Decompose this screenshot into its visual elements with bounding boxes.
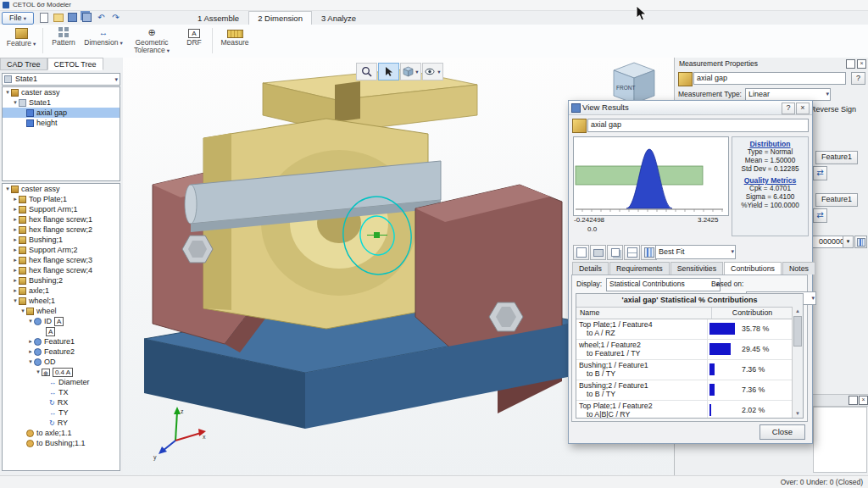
contribution-row[interactable]: Bushing;1 / Feature1to B / TY7.36 % <box>576 360 803 380</box>
dialog-tab-requirements[interactable]: Requirements <box>609 262 670 274</box>
dialog-tab-notes[interactable]: Notes <box>782 262 815 274</box>
close-button[interactable]: Close <box>760 424 805 440</box>
table-scrollbar[interactable]: ▲ ▼ <box>792 307 803 418</box>
expand-arrow-icon[interactable]: ▸ <box>12 225 19 235</box>
measurement-name-input[interactable]: axial gap <box>693 72 846 85</box>
print-button[interactable] <box>590 245 606 260</box>
swap-feature-button[interactable]: ⇄ <box>813 208 827 223</box>
scroll-up-icon[interactable]: ▲ <box>793 307 803 315</box>
tree-item-axial-gap[interactable]: axial gap <box>3 108 120 118</box>
collapse-arrow-icon[interactable]: ▾ <box>12 296 19 306</box>
open-button[interactable] <box>52 12 64 23</box>
dimension-button[interactable]: ↔ Dimension▾ <box>83 26 124 56</box>
feature2-button[interactable]: Feature1 <box>815 193 858 207</box>
feature1-button[interactable]: Feature1 <box>815 151 858 164</box>
dialog-tab-contributions[interactable]: Contributions <box>724 262 782 274</box>
tree-item-0-4-a[interactable]: ▾⊕0.4 A <box>3 367 120 377</box>
expand-arrow-icon[interactable]: ▸ <box>12 245 19 255</box>
contribution-row[interactable]: Bushing;2 / Feature1to B / TY7.36 % <box>576 380 803 401</box>
contribution-row[interactable]: Top Plate;1 / Feature4to A / RZ35.78 % <box>576 319 803 340</box>
table-view-button[interactable] <box>624 245 640 260</box>
measure-button[interactable]: Measure <box>215 26 254 56</box>
name-column-header[interactable]: Name <box>576 308 712 319</box>
save-button[interactable] <box>66 12 79 23</box>
collapse-arrow-icon[interactable]: ▾ <box>12 97 19 108</box>
tree-item-caster-assy[interactable]: ▾caster assy <box>3 87 120 97</box>
geometric-tolerance-button[interactable]: ⊕ Geometric Tolerance▾ <box>125 26 178 56</box>
tree-item-diameter[interactable]: ↔Diameter <box>3 377 120 387</box>
tree-item-to-axle-1-1[interactable]: to axle;1.1 <box>3 428 120 438</box>
distribution-option-button[interactable] <box>854 236 867 248</box>
tree-item-top-plate-1[interactable]: ▸Top Plate;1 <box>3 194 120 204</box>
tree-item-axle-1[interactable]: ▸axle;1 <box>3 286 120 296</box>
tab-analyze[interactable]: 3 Analyze <box>312 11 365 25</box>
tree-item-height[interactable]: height <box>3 118 120 128</box>
pattern-button[interactable]: Pattern <box>46 26 81 56</box>
scrollbar-thumb[interactable] <box>793 316 802 347</box>
result-name-input[interactable]: axial gap <box>587 119 809 132</box>
collapse-arrow-icon[interactable]: ▾ <box>19 306 26 316</box>
tab-cetol-tree[interactable]: CETOL Tree <box>47 58 103 70</box>
tree-item-support-arm-1[interactable]: ▸Support Arm;1 <box>3 204 120 214</box>
close-icon[interactable]: × <box>857 59 866 69</box>
tree-item-to-bushing-1-1[interactable]: to Bushing;1.1 <box>3 438 120 448</box>
float-panel-icon[interactable] <box>846 59 855 69</box>
file-menu-button[interactable]: File▾ <box>2 12 34 25</box>
close-icon[interactable]: × <box>859 396 868 405</box>
collapse-arrow-icon[interactable]: ▾ <box>4 184 11 194</box>
tree-item-a[interactable]: A <box>3 326 120 336</box>
collapse-arrow-icon[interactable]: ▾ <box>35 367 42 377</box>
tree-item-hex-flange-screw-1[interactable]: ▸hex flange screw;1 <box>3 214 120 225</box>
swap-feature-button[interactable]: ⇄ <box>813 166 827 180</box>
expand-arrow-icon[interactable]: ▸ <box>12 265 19 275</box>
tree-item-state1[interactable]: ▾State1 <box>3 97 120 108</box>
tree-item-caster-assy[interactable]: ▾caster assy <box>3 184 120 194</box>
expand-arrow-icon[interactable]: ▸ <box>12 194 19 204</box>
value-dropdown-button[interactable]: ▾ <box>843 236 854 248</box>
state-selector[interactable]: State1 ▾ <box>2 73 120 86</box>
export-button[interactable] <box>573 245 589 260</box>
tree-item-ry[interactable]: ↻RY <box>3 418 120 428</box>
tree-item-bushing-2[interactable]: ▸Bushing;2 <box>3 275 120 286</box>
expand-arrow-icon[interactable]: ▸ <box>12 235 19 245</box>
new-button[interactable] <box>37 12 50 23</box>
tab-assemble[interactable]: 1 Assemble <box>188 11 248 25</box>
redo-button[interactable]: ↷ <box>109 12 122 23</box>
tree-item-id[interactable]: ▾IDA <box>3 316 120 326</box>
contribution-row[interactable]: Top Plate;1 / Feature2to A|B|C / RY2.02 … <box>576 401 803 419</box>
expand-arrow-icon[interactable]: ▸ <box>12 275 19 286</box>
collapse-arrow-icon[interactable]: ▾ <box>4 87 11 97</box>
tree-item-ty[interactable]: ↔TY <box>3 408 120 418</box>
tree-item-hex-flange-screw-2[interactable]: ▸hex flange screw;2 <box>3 225 120 235</box>
collapse-arrow-icon[interactable]: ▾ <box>27 316 34 326</box>
expand-arrow-icon[interactable]: ▸ <box>12 286 19 296</box>
tree-item-tx[interactable]: ↔TX <box>3 387 120 397</box>
scroll-down-icon[interactable]: ▼ <box>793 409 803 418</box>
display-style-button[interactable]: ▾ <box>422 63 443 80</box>
tree-item-wheel[interactable]: ▾wheel <box>3 306 120 316</box>
measurement-type-select[interactable]: Linear ▾ <box>745 88 831 101</box>
help-button[interactable]: ? <box>851 72 865 85</box>
tree-item-feature2[interactable]: ▸Feature2 <box>3 347 120 357</box>
tab-dimension[interactable]: 2 Dimension <box>248 11 312 25</box>
expand-arrow-icon[interactable]: ▸ <box>12 214 19 225</box>
dialog-tab-sensitivities[interactable]: Sensitivities <box>670 262 723 274</box>
contribution-row[interactable]: wheel;1 / Feature2to Feature1 / TY29.45 … <box>576 340 803 360</box>
distribution-heading[interactable]: Distribution <box>732 140 808 148</box>
save-all-button[interactable] <box>81 12 93 23</box>
dialog-close-button[interactable]: × <box>796 103 810 114</box>
tree-item-od[interactable]: ▾OD <box>3 357 120 367</box>
drf-button[interactable]: A DRF <box>180 26 209 56</box>
dialog-titlebar[interactable]: View Results ? × <box>569 101 812 115</box>
tab-cad-tree[interactable]: CAD Tree <box>0 58 47 70</box>
dialog-tab-details[interactable]: Details <box>572 262 609 274</box>
expand-arrow-icon[interactable]: ▸ <box>27 336 34 347</box>
collapse-arrow-icon[interactable]: ▾ <box>27 357 34 367</box>
float-panel-icon[interactable] <box>849 396 858 405</box>
fit-type-select[interactable]: Best Fit ▾ <box>655 245 736 259</box>
tree-item-support-arm-2[interactable]: ▸Support Arm;2 <box>3 245 120 255</box>
tree-item-wheel-1[interactable]: ▾wheel;1 <box>3 296 120 306</box>
undo-button[interactable]: ↶ <box>95 12 108 23</box>
tree-item-hex-flange-screw-3[interactable]: ▸hex flange screw;3 <box>3 255 120 265</box>
expand-arrow-icon[interactable]: ▸ <box>12 255 19 265</box>
